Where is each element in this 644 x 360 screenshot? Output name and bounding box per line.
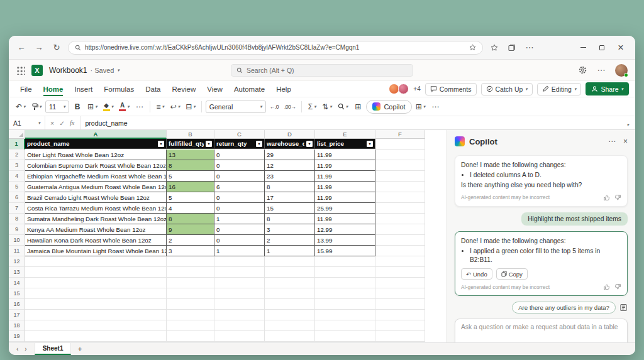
workbook-title[interactable]: Workbook1 · Saved ▾ <box>49 66 119 75</box>
borders-button[interactable]: ⊞▾ <box>86 100 99 114</box>
column-header-E[interactable]: E <box>315 130 375 139</box>
cell[interactable] <box>375 267 425 278</box>
cell[interactable]: 23 <box>265 171 315 182</box>
cell[interactable]: 0 <box>214 160 265 171</box>
cell[interactable] <box>167 267 214 278</box>
expand-formula-bar-icon[interactable]: ▾ <box>620 117 635 129</box>
cell[interactable] <box>375 320 425 331</box>
confirm-entry-icon[interactable]: ✓ <box>59 119 65 127</box>
cell[interactable] <box>214 278 265 288</box>
cell[interactable] <box>375 160 425 171</box>
tab-view[interactable]: View <box>202 83 228 95</box>
cell[interactable] <box>315 288 375 299</box>
collaborator-avatar[interactable] <box>398 84 409 94</box>
header-cell[interactable]: warehouse_qty▾ <box>265 139 315 149</box>
cell[interactable] <box>375 192 425 203</box>
autosum-button[interactable]: Σ▾ <box>306 100 318 114</box>
row-header-12[interactable]: 12 <box>9 256 25 267</box>
undo-button[interactable]: ↶▾ <box>14 100 28 114</box>
cell-styles-button[interactable]: ⊞▾ <box>414 100 428 114</box>
cell[interactable]: 0 <box>214 192 265 203</box>
cell[interactable] <box>315 267 375 278</box>
cell[interactable] <box>167 320 214 331</box>
cell[interactable]: 2 <box>265 235 315 246</box>
column-header-A[interactable]: A <box>25 130 167 139</box>
cell[interactable] <box>315 320 375 331</box>
comments-button[interactable]: Comments <box>425 83 477 95</box>
cell[interactable]: 0 <box>214 171 265 182</box>
cell[interactable]: 2 <box>167 235 214 246</box>
column-header-D[interactable]: D <box>265 130 315 139</box>
tab-formulas[interactable]: Formulas <box>99 83 139 95</box>
column-header-C[interactable]: C <box>214 130 265 139</box>
cell[interactable]: 29 <box>265 150 315 160</box>
cell[interactable]: Ethiopian Yirgacheffe Medium Roast Whole… <box>25 171 167 182</box>
copilot-prompt-input[interactable] <box>461 324 621 341</box>
cell[interactable] <box>214 288 265 299</box>
cell[interactable] <box>375 171 425 182</box>
sheet-tab-sheet1[interactable]: Sheet1 <box>35 343 72 355</box>
cell[interactable] <box>25 288 167 299</box>
cell[interactable] <box>375 203 425 214</box>
cell[interactable]: 0 <box>214 235 265 246</box>
close-icon[interactable]: × <box>613 41 629 55</box>
notepad-icon[interactable] <box>619 303 628 312</box>
cell[interactable] <box>265 256 315 267</box>
back-icon[interactable]: ← <box>15 41 28 54</box>
column-header-F[interactable]: F <box>375 130 425 139</box>
fill-color-button[interactable]: ◆ ▾ <box>101 100 116 114</box>
cell[interactable] <box>214 256 265 267</box>
cell[interactable]: Otter Light Roast Whole Bean 12oz <box>25 150 167 160</box>
cell[interactable] <box>25 331 167 342</box>
cell[interactable]: Jamaica Blue Mountain Light Roast Whole … <box>25 246 167 256</box>
filter-button[interactable]: ▾ <box>367 141 373 147</box>
cell[interactable] <box>167 331 214 342</box>
cell[interactable]: 11.99 <box>315 171 375 182</box>
row-header-18[interactable]: 18 <box>9 320 25 331</box>
wrap-text-button[interactable]: ↩▾ <box>169 100 182 114</box>
cell[interactable]: 1 <box>214 246 265 256</box>
tab-file[interactable]: File <box>15 83 37 95</box>
cell[interactable]: 13.99 <box>315 235 375 246</box>
row-header-9[interactable]: 9 <box>9 224 25 235</box>
cell[interactable] <box>167 256 214 267</box>
cell[interactable]: Kenya AA Medium Roast Whole Bean 12oz <box>25 224 167 235</box>
header-cell[interactable]: list_price▾ <box>315 139 375 149</box>
row-header-19[interactable]: 19 <box>9 331 25 342</box>
cell[interactable] <box>375 299 425 310</box>
cell[interactable]: 15 <box>265 203 315 214</box>
row-header-13[interactable]: 13 <box>9 267 25 278</box>
row-header-7[interactable]: 7 <box>9 203 25 214</box>
row-header-14[interactable]: 14 <box>9 278 25 288</box>
cell[interactable]: 3 <box>265 224 315 235</box>
cell[interactable] <box>214 331 265 342</box>
cell[interactable]: 6 <box>214 182 265 192</box>
cell[interactable]: 11.99 <box>315 214 375 224</box>
format-painter-button[interactable]: ▾ <box>30 100 44 114</box>
cell[interactable]: 11.99 <box>315 182 375 192</box>
cell[interactable]: 3 <box>167 246 214 256</box>
gear-icon[interactable] <box>578 65 587 75</box>
filter-button[interactable]: ▾ <box>158 141 164 147</box>
minimize-icon[interactable] <box>575 41 591 55</box>
cell[interactable] <box>375 288 425 299</box>
filter-button[interactable]: ▾ <box>206 141 212 147</box>
cell[interactable]: 1 <box>214 214 265 224</box>
cell[interactable]: 15.99 <box>315 246 375 256</box>
row-header-4[interactable]: 4 <box>9 171 25 182</box>
cell[interactable] <box>315 299 375 310</box>
cell[interactable]: Guatemala Antigua Medium Roast Whole Bea… <box>25 182 167 192</box>
row-header-1[interactable]: 1 <box>9 139 25 150</box>
row-header-3[interactable]: 3 <box>9 160 25 171</box>
cell[interactable] <box>265 299 315 310</box>
increase-decimal-button[interactable]: .00→ <box>282 100 297 114</box>
font-color-button[interactable]: A ▾ <box>117 100 131 114</box>
cell[interactable]: 1 <box>265 246 315 256</box>
cell[interactable]: Brazil Cerrado Light Roast Whole Bean 12… <box>25 192 167 203</box>
cell[interactable] <box>25 278 167 288</box>
cell[interactable]: 13 <box>167 150 214 160</box>
insert-table-button[interactable]: ⊞ <box>352 100 364 114</box>
cell[interactable]: Costa Rica Tarrazu Medium Roast Whole Be… <box>25 203 167 214</box>
copilot-close-icon[interactable]: × <box>623 137 628 146</box>
cell[interactable] <box>25 256 167 267</box>
